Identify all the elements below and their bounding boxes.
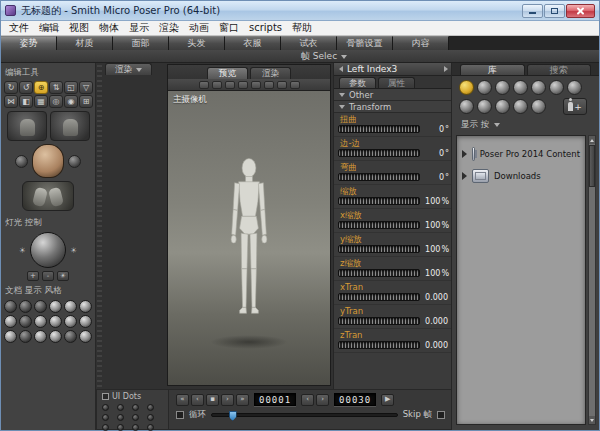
close-button[interactable] [566, 4, 595, 18]
library-item-poser-content[interactable]: Poser Pro 2014 Content [462, 143, 580, 165]
translate-tool-icon[interactable]: ⊕ [34, 81, 48, 94]
viewport-tool-icon[interactable] [277, 81, 287, 89]
expand-icon[interactable] [462, 150, 467, 158]
ui-dot[interactable] [147, 414, 154, 421]
param-dial[interactable] [338, 269, 420, 277]
preview-viewport[interactable]: 主摄像机 [168, 91, 330, 385]
tab-render[interactable]: 渲染 [250, 67, 291, 79]
display-style-ball[interactable] [4, 315, 17, 328]
ui-dot[interactable] [132, 424, 139, 431]
viewport-tool-icon[interactable] [212, 81, 222, 89]
ui-dot[interactable] [147, 404, 154, 411]
param-dial[interactable] [338, 197, 420, 205]
library-item-downloads[interactable]: Downloads [462, 165, 580, 187]
light-control-ball[interactable] [30, 232, 66, 268]
param-value[interactable]: 0° [422, 125, 449, 134]
display-style-ball[interactable] [19, 315, 32, 328]
category-materials-icon[interactable] [477, 99, 492, 114]
ui-dot[interactable] [117, 424, 124, 431]
display-style-ball[interactable] [49, 315, 62, 328]
display-style-ball[interactable] [34, 330, 47, 343]
category-morphs-icon[interactable] [513, 99, 528, 114]
viewport-tool-icon[interactable] [290, 81, 300, 89]
display-style-ball[interactable] [19, 330, 32, 343]
menu-object[interactable]: 物体 [94, 21, 124, 35]
expand-icon[interactable] [462, 172, 467, 180]
figure-selector-dropdown[interactable]: 帧 Selec [297, 51, 351, 62]
panel-drag-handle[interactable] [97, 65, 102, 387]
scale-tool-icon[interactable]: ◱ [64, 81, 78, 94]
menu-display[interactable]: 显示 [124, 21, 154, 35]
display-style-ball[interactable] [49, 300, 62, 313]
ui-dot[interactable] [132, 404, 139, 411]
library-scrollbar[interactable] [588, 135, 596, 425]
display-style-ball[interactable] [19, 300, 32, 313]
category-hair-icon[interactable] [513, 80, 528, 95]
tab-face[interactable]: 面部 [113, 36, 169, 50]
minimize-button[interactable] [522, 4, 543, 18]
category-lights-icon[interactable] [567, 80, 582, 95]
left-hand-pose-control[interactable] [7, 111, 47, 141]
tab-setup[interactable]: 骨骼设置 [337, 36, 393, 50]
increment-frame-button[interactable]: › [316, 394, 329, 406]
param-dial[interactable] [338, 125, 420, 133]
param-dial[interactable] [338, 221, 420, 229]
display-style-ball[interactable] [79, 300, 92, 313]
menu-render[interactable]: 渲染 [154, 21, 184, 35]
translate-inout-tool-icon[interactable]: ⇅ [49, 81, 63, 94]
display-style-ball[interactable] [49, 330, 62, 343]
chevron-down-icon[interactable] [494, 123, 500, 127]
param-dial[interactable] [338, 293, 420, 301]
category-cameras-icon[interactable] [459, 99, 474, 114]
light-indicator-icon-left[interactable]: ☀ [19, 246, 26, 255]
tab-properties[interactable]: 属性 [378, 77, 415, 88]
viewport-tool-icon[interactable] [225, 81, 235, 89]
param-dial[interactable] [338, 149, 420, 157]
add-figure-button[interactable]: + [563, 98, 587, 115]
category-scenes-icon[interactable] [495, 99, 510, 114]
delete-light-button[interactable]: - [42, 271, 54, 281]
param-value[interactable]: 0° [422, 149, 449, 158]
viewport-tool-icon[interactable] [199, 81, 209, 89]
param-value[interactable]: 0° [422, 173, 449, 182]
scroll-down-icon[interactable] [589, 416, 595, 424]
display-style-ball[interactable] [64, 315, 77, 328]
param-dial[interactable] [338, 245, 420, 253]
param-value[interactable]: 0.000 [422, 317, 449, 326]
total-frames-display[interactable]: 00030 [334, 393, 376, 406]
display-style-ball[interactable] [34, 315, 47, 328]
menu-animation[interactable]: 动画 [184, 21, 214, 35]
decrement-frame-button[interactable]: ‹ [301, 394, 314, 406]
param-value[interactable]: 100% [422, 197, 449, 206]
section-other[interactable]: Other [334, 89, 453, 101]
light-indicator-icon-right[interactable]: ☀ [70, 246, 77, 255]
menu-edit[interactable]: 编辑 [34, 21, 64, 35]
skip-frames-checkbox[interactable] [437, 411, 445, 419]
scroll-up-icon[interactable] [589, 136, 595, 144]
ui-dot[interactable] [132, 414, 139, 421]
param-dial[interactable] [338, 341, 420, 349]
morph-tool-icon[interactable]: ◉ [64, 95, 78, 108]
display-style-ball[interactable] [4, 300, 17, 313]
ui-dot[interactable] [117, 404, 124, 411]
ui-dot[interactable] [102, 404, 109, 411]
display-style-ball[interactable] [34, 300, 47, 313]
category-poses-icon[interactable] [477, 80, 492, 95]
viewport-tool-icon[interactable] [238, 81, 248, 89]
prev-frame-button[interactable]: ‹ [191, 394, 204, 406]
param-value[interactable]: 0.000 [422, 341, 449, 350]
last-frame-button[interactable]: » [236, 394, 249, 406]
param-value[interactable]: 0.000 [422, 293, 449, 302]
play-button[interactable]: ▶ [381, 394, 394, 406]
maximize-button[interactable] [544, 4, 565, 18]
display-style-ball[interactable] [64, 330, 77, 343]
menu-view[interactable]: 视图 [64, 21, 94, 35]
tab-preview[interactable]: 预览 [207, 67, 248, 79]
color-tool-icon[interactable]: ◧ [19, 95, 33, 108]
tab-cloth[interactable]: 衣服 [225, 36, 281, 50]
category-hands-icon[interactable] [531, 80, 546, 95]
first-frame-button[interactable]: « [176, 394, 189, 406]
menu-help[interactable]: 帮助 [287, 21, 317, 35]
section-transform[interactable]: Transform [334, 101, 453, 113]
scrollbar-thumb[interactable] [589, 145, 595, 187]
